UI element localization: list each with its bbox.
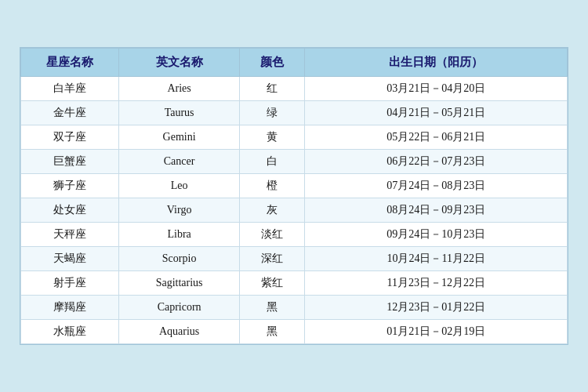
- cell-color: 绿: [239, 101, 305, 125]
- cell-english: Cancer: [119, 150, 239, 174]
- table-row: 白羊座Aries红03月21日－04月20日: [21, 77, 568, 101]
- header-color: 颜色: [239, 49, 305, 77]
- cell-date: 10月24日－11月22日: [305, 247, 568, 271]
- table-row: 天蝎座Scorpio深红10月24日－11月22日: [21, 247, 568, 271]
- cell-chinese: 水瓶座: [21, 320, 119, 344]
- cell-color: 黑: [239, 320, 305, 344]
- cell-english: Gemini: [119, 125, 239, 150]
- cell-chinese: 狮子座: [21, 174, 119, 198]
- zodiac-table: 星座名称 英文名称 颜色 出生日期（阳历） 白羊座Aries红03月21日－04…: [20, 48, 568, 344]
- cell-english: Scorpio: [119, 247, 239, 271]
- table-row: 摩羯座Capricorn黑12月23日－01月22日: [21, 296, 568, 320]
- cell-chinese: 白羊座: [21, 77, 119, 101]
- cell-color: 白: [239, 150, 305, 174]
- cell-english: Taurus: [119, 101, 239, 125]
- header-date: 出生日期（阳历）: [305, 49, 568, 77]
- cell-chinese: 处女座: [21, 198, 119, 223]
- cell-color: 紫红: [239, 271, 305, 296]
- cell-color: 橙: [239, 174, 305, 198]
- table-row: 金牛座Taurus绿04月21日－05月21日: [21, 101, 568, 125]
- cell-date: 08月24日－09月23日: [305, 198, 568, 223]
- cell-date: 01月21日－02月19日: [305, 320, 568, 344]
- cell-english: Aries: [119, 77, 239, 101]
- table-row: 巨蟹座Cancer白06月22日－07月23日: [21, 150, 568, 174]
- cell-date: 12月23日－01月22日: [305, 296, 568, 320]
- cell-english: Virgo: [119, 198, 239, 223]
- table-row: 狮子座Leo橙07月24日－08月23日: [21, 174, 568, 198]
- cell-date: 04月21日－05月21日: [305, 101, 568, 125]
- cell-chinese: 天秤座: [21, 223, 119, 247]
- cell-chinese: 射手座: [21, 271, 119, 296]
- table-row: 双子座Gemini黄05月22日－06月21日: [21, 125, 568, 150]
- cell-date: 06月22日－07月23日: [305, 150, 568, 174]
- cell-chinese: 摩羯座: [21, 296, 119, 320]
- cell-english: Capricorn: [119, 296, 239, 320]
- cell-chinese: 天蝎座: [21, 247, 119, 271]
- cell-date: 09月24日－10月23日: [305, 223, 568, 247]
- cell-color: 红: [239, 77, 305, 101]
- cell-color: 淡红: [239, 223, 305, 247]
- table-row: 水瓶座Aquarius黑01月21日－02月19日: [21, 320, 568, 344]
- cell-english: Sagittarius: [119, 271, 239, 296]
- zodiac-table-container: 星座名称 英文名称 颜色 出生日期（阳历） 白羊座Aries红03月21日－04…: [20, 47, 568, 345]
- cell-english: Aquarius: [119, 320, 239, 344]
- cell-english: Libra: [119, 223, 239, 247]
- cell-date: 07月24日－08月23日: [305, 174, 568, 198]
- cell-date: 11月23日－12月22日: [305, 271, 568, 296]
- header-english: 英文名称: [119, 49, 239, 77]
- cell-english: Leo: [119, 174, 239, 198]
- cell-date: 03月21日－04月20日: [305, 77, 568, 101]
- cell-chinese: 金牛座: [21, 101, 119, 125]
- table-row: 处女座Virgo灰08月24日－09月23日: [21, 198, 568, 223]
- header-chinese: 星座名称: [21, 49, 119, 77]
- cell-date: 05月22日－06月21日: [305, 125, 568, 150]
- cell-color: 黄: [239, 125, 305, 150]
- cell-color: 黑: [239, 296, 305, 320]
- table-header-row: 星座名称 英文名称 颜色 出生日期（阳历）: [21, 49, 568, 77]
- table-row: 天秤座Libra淡红09月24日－10月23日: [21, 223, 568, 247]
- cell-chinese: 双子座: [21, 125, 119, 150]
- cell-color: 灰: [239, 198, 305, 223]
- cell-color: 深红: [239, 247, 305, 271]
- cell-chinese: 巨蟹座: [21, 150, 119, 174]
- table-row: 射手座Sagittarius紫红11月23日－12月22日: [21, 271, 568, 296]
